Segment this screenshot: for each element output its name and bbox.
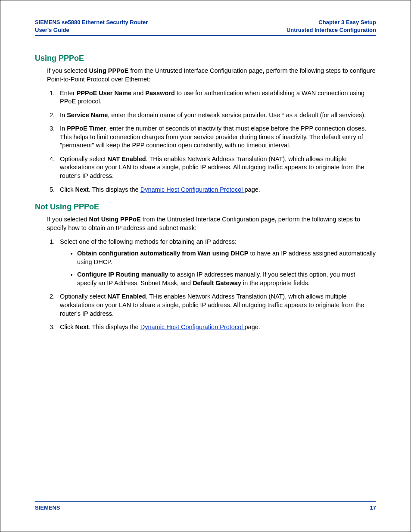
step-2: Optionally select NAT Enabled. THis enab… — [56, 292, 376, 318]
header-guide: User's Guide — [35, 27, 69, 33]
text: perform the following steps — [265, 67, 342, 74]
text-bold: Configure IP Routing manually — [77, 271, 168, 278]
text: Enter — [60, 90, 77, 96]
step-4: Optionally select NAT Enabled. THis enab… — [56, 155, 376, 180]
text-bold: Default Gateway — [193, 280, 241, 286]
intro-using-pppoe: If you selected Using PPPoE from the Unt… — [47, 67, 376, 84]
header-section: Untrusted Interface Configuration — [286, 27, 376, 33]
text-bold: Not Using PPPoE — [89, 216, 141, 223]
text: . This displays the — [89, 324, 140, 330]
intro-not-using-pppoe: If you selected Not Using PPPoE from the… — [47, 215, 376, 232]
content-area: Using PPPoE If you selected Using PPPoE … — [35, 53, 376, 332]
text: Click — [60, 324, 75, 330]
text-bold: Next — [75, 186, 88, 193]
footer-page-number: 17 — [370, 504, 376, 511]
steps-not-using-pppoe: Select one of the following methods for … — [47, 238, 376, 332]
header-left: SIEMENS se5880 Ethernet Security Router … — [35, 19, 148, 34]
footer-brand: SIEMENS — [35, 504, 60, 511]
text-bold: Service Name — [67, 112, 108, 118]
header-right: Chapter 3 Easy Setup Untrusted Interface… — [286, 19, 376, 34]
text: from the Untrusted Interface Configurati… — [141, 216, 275, 223]
text-bold: Using PPPoE — [89, 67, 129, 74]
step-3: Click Next. This displays the Dynamic Ho… — [56, 323, 376, 332]
text: and — [131, 90, 145, 96]
text: Optionally select — [60, 293, 107, 300]
step-1: Enter PPPoE User Name and Password to us… — [56, 89, 376, 106]
text: page. — [245, 324, 260, 330]
text-bold: NAT Enabled — [107, 156, 146, 162]
link-dhcp-2[interactable]: Dynamic Host Configuration Protocol — [140, 324, 245, 330]
text: If you selected — [47, 67, 89, 74]
section-heading-using-pppoe: Using PPPoE — [35, 53, 376, 63]
text: from the Untrusted Interface Configurati… — [128, 67, 262, 74]
bullet-2: Configure IP Routing manually to assign … — [77, 271, 376, 287]
text: In — [60, 112, 67, 118]
step-3: In PPPoE Timer, enter the number of seco… — [56, 124, 376, 150]
bullet-1: Obtain configuration automatically from … — [77, 249, 376, 266]
text: If you selected — [47, 216, 89, 223]
steps-using-pppoe: Enter PPPoE User Name and Password to us… — [47, 89, 376, 194]
text: , enter the domain name of your network … — [108, 112, 366, 118]
page-header: SIEMENS se5880 Ethernet Security Router … — [35, 16, 376, 36]
text-bold: Next — [75, 324, 88, 330]
bullet-list: Obtain configuration automatically from … — [69, 249, 376, 287]
text-bold: NAT Enabled — [107, 293, 146, 300]
header-chapter: Chapter 3 Easy Setup — [318, 19, 376, 25]
page-footer: SIEMENS 17 — [35, 501, 376, 511]
text-bold: Password — [145, 90, 175, 96]
text: Click — [60, 186, 75, 193]
text-bold: Obtain configuration automatically from … — [77, 250, 248, 257]
text-bold: PPPoE Timer — [67, 125, 106, 132]
text: . This displays the — [89, 186, 140, 193]
text: Select one of the following methods for … — [60, 238, 237, 245]
link-dhcp-1[interactable]: Dynamic Host Configuration Protocol — [140, 186, 245, 193]
step-5: Click Next. This displays the Dynamic Ho… — [56, 186, 376, 194]
text: Optionally select — [60, 156, 107, 162]
section-heading-not-using-pppoe: Not Using PPPoE — [35, 202, 376, 212]
text: in the appropriate fields. — [241, 280, 310, 286]
header-product: SIEMENS se5880 Ethernet Security Router — [35, 19, 148, 25]
step-1: Select one of the following methods for … — [56, 238, 376, 288]
text-bold: PPPoE User Name — [77, 90, 131, 96]
page: SIEMENS se5880 Ethernet Security Router … — [0, 0, 411, 532]
text: In — [60, 125, 67, 132]
step-2: In Service Name, enter the domain name o… — [56, 111, 376, 120]
text: perform the following steps — [277, 216, 355, 223]
text: , enter the number of seconds of inactiv… — [60, 125, 366, 149]
text: page. — [245, 186, 260, 193]
